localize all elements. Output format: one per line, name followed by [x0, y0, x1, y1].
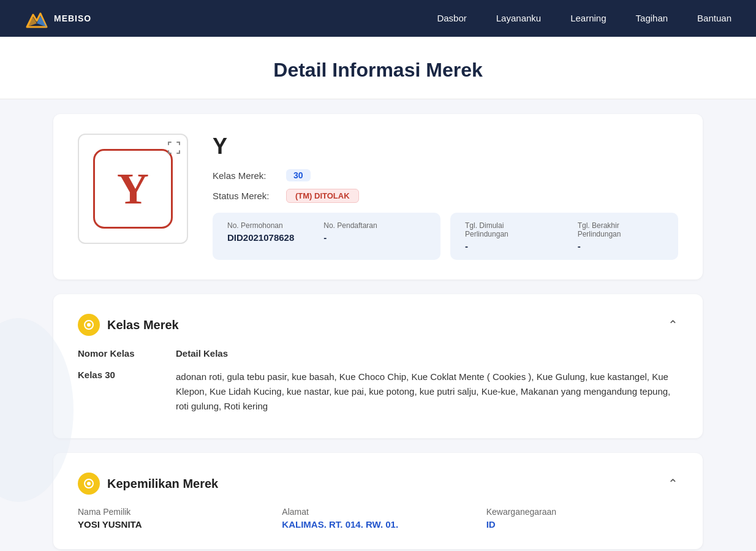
nav-item-bantuan[interactable]: Bantuan	[697, 13, 731, 24]
no-pendaftaran-value: -	[323, 232, 377, 243]
no-pendaftaran-col: No. Pendaftaran -	[323, 221, 377, 243]
ownership-grid: Nama Pemilik YOSI YUSNITA Alamat KALIMAS…	[78, 507, 678, 530]
reg-box-cols-right: Tgl. Dimulai Perlindungan - Tgl. Berakhi…	[465, 221, 663, 251]
main-content: Y Y	[41, 99, 715, 551]
tgl-mulai-label: Tgl. Dimulai Perlindungan	[465, 221, 548, 238]
no-permohonan-value: DID2021078628	[227, 232, 294, 243]
status-badge: (TM) DITOLAK	[286, 189, 359, 203]
kelas-table-row: Kelas 30adonan roti, gula tebu pasir, ku…	[78, 365, 678, 419]
tgl-berakhir-col: Tgl. Berakhir Perlindungan -	[578, 221, 663, 251]
kelas-section-icon	[78, 314, 100, 336]
brand-top: Y Y	[78, 134, 678, 260]
svg-point-12	[87, 323, 91, 327]
col-detail-header: Detail Kelas	[176, 348, 678, 365]
brand-name: Y	[213, 134, 678, 159]
tgl-berakhir-label: Tgl. Berakhir Perlindungan	[578, 221, 663, 238]
kepemilikan-header-left: Kepemilikan Merek	[78, 473, 218, 495]
kepemilikan-section-title: Kepemilikan Merek	[107, 477, 218, 491]
col-nomor-header: Nomor Kelas	[78, 348, 176, 365]
kelas-section-header: Kelas Merek ⌃	[78, 314, 678, 336]
nav-item-learning[interactable]: Learning	[570, 13, 606, 24]
kelas-badge: 30	[286, 169, 311, 181]
svg-rect-4	[168, 142, 169, 145]
kelas-table: Nomor Kelas Detail Kelas Kelas 30adonan …	[78, 348, 678, 419]
kepemilikan-section-icon	[78, 473, 100, 495]
alamat-value: KALIMAS. RT. 014. RW. 01.	[282, 519, 474, 530]
kelas-chevron-icon[interactable]: ⌃	[668, 317, 678, 332]
svg-rect-8	[168, 150, 169, 154]
svg-rect-10	[179, 150, 180, 154]
nav-item-dasbor[interactable]: Dasbor	[437, 13, 466, 24]
kelas-detail-cell: adonan roti, gula tebu pasir, kue basah,…	[176, 365, 678, 419]
kelas-merek-card: Kelas Merek ⌃ Nomor Kelas Detail Kelas K…	[53, 294, 703, 438]
tgl-berakhir-value: -	[578, 241, 663, 251]
reg-box-right: Tgl. Dimulai Perlindungan - Tgl. Berakhi…	[450, 213, 678, 260]
kepemilikan-card: Kepemilikan Merek ⌃ Nama Pemilik YOSI YU…	[53, 453, 703, 549]
nav-links: Dasbor Layananku Learning Tagihan Bantua…	[437, 13, 731, 24]
reg-box-cols-left: No. Permohonan DID2021078628 No. Pendaft…	[227, 221, 426, 243]
brand-logo-wrap: Y	[78, 134, 188, 244]
status-label: Status Merek:	[213, 191, 280, 201]
alamat-col: Alamat KALIMAS. RT. 014. RW. 01.	[282, 507, 474, 530]
nama-pemilik-value: YOSI YUSNITA	[78, 519, 270, 530]
logo[interactable]: MEBISO	[25, 6, 91, 31]
kelas-label: Kelas Merek:	[213, 170, 280, 181]
nama-pemilik-col: Nama Pemilik YOSI YUSNITA	[78, 507, 270, 530]
tgl-mulai-col: Tgl. Dimulai Perlindungan -	[465, 221, 548, 251]
nav-item-tagihan[interactable]: Tagihan	[636, 13, 668, 24]
kelas-row: Kelas Merek: 30	[213, 169, 678, 181]
kelas-header-left: Kelas Merek	[78, 314, 179, 336]
no-permohonan-label: No. Permohonan	[227, 221, 294, 230]
logo-icon	[25, 6, 49, 31]
brand-info-card: Y Y	[53, 114, 703, 279]
kepemilikan-section-header: Kepemilikan Merek ⌃	[78, 473, 678, 495]
reg-box-left: No. Permohonan DID2021078628 No. Pendaft…	[213, 213, 440, 260]
navbar: MEBISO Dasbor Layananku Learning Tagihan…	[0, 0, 756, 37]
svg-point-14	[87, 482, 91, 485]
nav-item-layananku[interactable]: Layananku	[496, 13, 541, 24]
logo-text: MEBISO	[54, 13, 91, 23]
scan-icon	[167, 141, 181, 158]
kewarganegaraan-label: Kewarganegaraan	[486, 507, 678, 517]
no-pendaftaran-label: No. Pendaftaran	[323, 221, 377, 230]
reg-boxes: No. Permohonan DID2021078628 No. Pendaft…	[213, 213, 678, 260]
page-title: Detail Informasi Merek	[0, 59, 756, 82]
tgl-mulai-value: -	[465, 241, 548, 251]
status-row: Status Merek: (TM) DITOLAK	[213, 189, 678, 203]
alamat-label: Alamat	[282, 507, 474, 517]
page-title-section: Detail Informasi Merek	[0, 37, 756, 99]
kelas-section-title: Kelas Merek	[107, 318, 179, 332]
brand-logo-inner: Y	[93, 149, 173, 229]
kewarganegaraan-col: Kewarganegaraan ID	[486, 507, 678, 530]
kewarganegaraan-value: ID	[486, 519, 678, 530]
kelas-nomor-cell: Kelas 30	[78, 365, 176, 419]
brand-logo-letter: Y	[117, 164, 149, 215]
kepemilikan-chevron-icon[interactable]: ⌃	[668, 476, 678, 491]
nama-pemilik-label: Nama Pemilik	[78, 507, 270, 517]
no-permohonan-col: No. Permohonan DID2021078628	[227, 221, 294, 243]
svg-rect-6	[179, 142, 180, 145]
brand-info: Y Kelas Merek: 30 Status Merek: (TM) DIT…	[213, 134, 678, 260]
